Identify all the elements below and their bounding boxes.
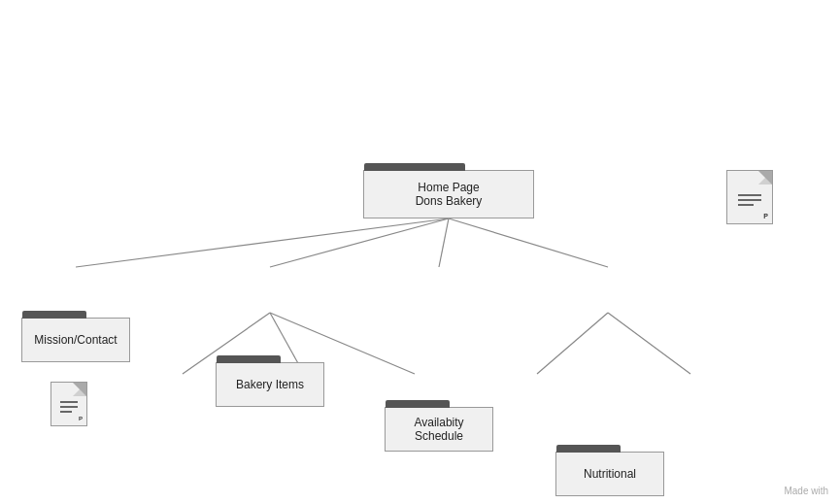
- availability-label-line1: Availabity: [414, 416, 463, 429]
- svg-line-8: [608, 313, 690, 374]
- bakery-items-label: Bakery Items: [236, 378, 304, 391]
- home-label-line1: Home Page: [416, 181, 483, 194]
- svg-line-2: [439, 218, 449, 267]
- availability-label-line2: Schedule: [414, 429, 463, 443]
- mission-label: Mission/Contact: [34, 333, 117, 347]
- svg-line-1: [270, 218, 449, 267]
- mission-contact-node[interactable]: Mission/Contact: [21, 318, 130, 362]
- nutritional-label: Nutritional: [584, 467, 636, 481]
- svg-line-0: [76, 218, 449, 267]
- nutritional-node[interactable]: Nutritional: [555, 452, 664, 496]
- svg-line-7: [537, 313, 608, 374]
- home-node[interactable]: Home Page Dons Bakery: [363, 170, 534, 218]
- svg-line-3: [449, 218, 608, 267]
- bakery-items-node[interactable]: Bakery Items: [216, 362, 324, 407]
- top-right-icon: P: [726, 170, 773, 224]
- home-label-line2: Dons Bakery: [416, 194, 483, 208]
- availability-node[interactable]: Availabity Schedule: [385, 407, 493, 452]
- small-doc-icon: P: [50, 382, 87, 426]
- made-with-text: Made with: [784, 486, 828, 496]
